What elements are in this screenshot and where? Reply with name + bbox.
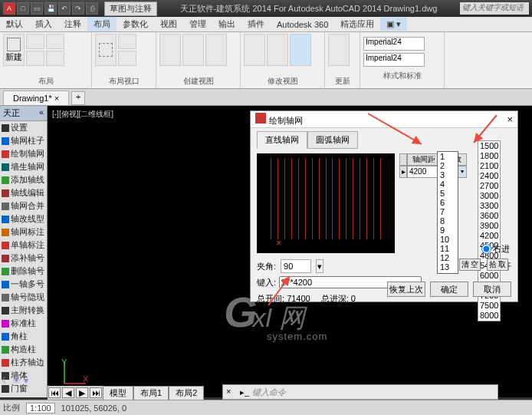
ribbon-button[interactable] (95, 34, 117, 66)
ribbon-tab[interactable]: 管理 (183, 17, 212, 31)
viewport-label[interactable]: [-][俯视][二维线框] (52, 109, 113, 120)
side-panel-item[interactable]: 设置 (0, 121, 47, 134)
app-menu-icon[interactable]: A (3, 2, 15, 15)
pick-button[interactable]: 拾 取 (487, 259, 508, 271)
open-icon[interactable]: ▭ (31, 2, 43, 15)
dropdown-item[interactable]: 10 (438, 235, 458, 244)
dialog-tab-arc[interactable]: 圆弧轴网 (307, 131, 358, 149)
side-panel-item[interactable]: 轴网标注 (0, 226, 47, 239)
new-icon[interactable]: □ (17, 2, 29, 15)
preset-item[interactable]: 2700 (478, 181, 500, 191)
ribbon-button[interactable] (118, 51, 136, 66)
ribbon-button[interactable] (159, 34, 181, 66)
preset-item[interactable]: 3600 (478, 211, 500, 221)
side-panel-item[interactable]: 角柱 (0, 330, 47, 343)
side-panel-item[interactable]: 墙生轴网 (0, 160, 47, 173)
preset-item[interactable]: 3000 (478, 191, 500, 201)
dropdown-item[interactable]: 7 (438, 207, 458, 216)
ribbon-tab[interactable]: Autodesk 360 (271, 18, 334, 31)
cell-distance[interactable]: 4200 (407, 166, 441, 178)
nav-bar-icons[interactable]: ☾ ☀ ▾ (2, 375, 28, 386)
side-panel-item[interactable]: 轴号隐现 (0, 291, 47, 304)
tab-next-icon[interactable]: ▶ (76, 387, 88, 398)
clear-button[interactable]: 清 空 (459, 259, 481, 271)
dropdown-item[interactable]: 3 (438, 170, 458, 180)
save-icon[interactable]: 💾 (44, 2, 57, 15)
dropdown-item[interactable]: 12 (438, 253, 458, 262)
ribbon-button[interactable] (267, 34, 288, 66)
layout-tab[interactable]: 布局2 (169, 386, 204, 400)
side-panel-item[interactable]: 轴网柱子 (0, 134, 47, 147)
radio-right[interactable]: 右进 (481, 243, 510, 255)
ribbon-tab[interactable]: 插件 (241, 17, 271, 31)
layout-tab[interactable]: 布局1 (133, 386, 169, 400)
ribbon-tab[interactable]: 精选应用 (334, 17, 380, 31)
dialog-titlebar[interactable]: 绘制轴网 × (251, 111, 517, 128)
dropdown-item[interactable]: 14 (438, 272, 458, 274)
panel-collapse-icon[interactable]: « (39, 107, 44, 119)
ribbon-button[interactable] (46, 51, 64, 66)
side-panel-item[interactable]: 轴改线型 (0, 212, 47, 226)
angle-input[interactable] (281, 259, 311, 273)
preset-item[interactable]: 1500 (478, 141, 500, 151)
ribbon-button[interactable]: 新建 (3, 34, 25, 66)
dialog-tab-line[interactable]: 直线轴网 (257, 131, 307, 149)
dropdown-item[interactable]: 2 (438, 161, 458, 170)
file-tab-active[interactable]: Drawing1* × (3, 91, 69, 105)
preset-item[interactable]: 7500 (478, 301, 500, 311)
ribbon-tab[interactable]: 视图 (154, 17, 183, 31)
command-close-icon[interactable]: × (226, 387, 237, 397)
dropdown-item[interactable]: 8 (438, 216, 458, 226)
ribbon-tab-expand-icon[interactable]: ▣ ▾ (380, 18, 407, 31)
ribbon-button[interactable] (328, 34, 350, 66)
ribbon-tab[interactable]: 参数化 (117, 17, 154, 31)
preset-item[interactable]: 3900 (478, 221, 500, 231)
dropdown-item[interactable]: 1 (438, 152, 458, 161)
ribbon-button[interactable] (182, 34, 204, 66)
ribbon-button[interactable] (205, 34, 227, 66)
ribbon-tab[interactable]: 注释 (58, 17, 87, 31)
dropdown-item[interactable]: 9 (438, 226, 458, 235)
dropdown-item[interactable]: 13 (438, 262, 458, 272)
ribbon-button-auto[interactable] (290, 34, 311, 66)
ribbon-tab-layout[interactable]: 布局 (87, 17, 117, 31)
side-panel-item[interactable]: 柱齐轴边 (0, 356, 47, 369)
preset-item[interactable]: 2400 (478, 171, 500, 181)
dropdown-item[interactable]: 11 (438, 244, 458, 253)
side-panel-item[interactable]: 主附转换 (0, 304, 47, 317)
ribbon-button[interactable] (46, 34, 64, 49)
dialog-close-icon[interactable]: × (507, 114, 513, 125)
count-dropdown-list[interactable]: 123456789101112131415161718 (437, 151, 458, 274)
workspace-switcher[interactable]: 草图与注释 (104, 2, 157, 16)
style-combo-2[interactable]: Imperial24 (363, 53, 425, 67)
undo-icon[interactable]: ↶ (58, 2, 71, 15)
style-combo-1[interactable]: Imperial24 (363, 37, 425, 51)
print-icon[interactable]: ⎙ (86, 2, 98, 15)
scale-value[interactable]: 1:100 (26, 403, 55, 413)
ribbon-button[interactable] (26, 34, 44, 49)
new-tab-icon[interactable]: + (71, 91, 85, 105)
preset-item[interactable]: 2100 (478, 161, 500, 171)
tab-prev-icon[interactable]: ◀ (62, 387, 74, 398)
ribbon-button[interactable] (244, 34, 265, 66)
side-panel-item[interactable]: 标准柱 (0, 317, 47, 330)
command-input[interactable]: 键入命令 (252, 387, 494, 398)
ribbon-tab[interactable]: 输出 (212, 17, 241, 31)
side-panel-item[interactable]: 房间屋顶 (0, 395, 47, 397)
layout-tab-model[interactable]: 模型 (103, 386, 133, 400)
preset-item[interactable]: 3300 (478, 201, 500, 211)
preset-item[interactable]: 6000 (478, 271, 500, 281)
ok-button[interactable]: 确定 (430, 282, 468, 297)
side-panel-item[interactable]: 构造柱 (0, 343, 47, 356)
side-panel-item[interactable]: 添加轴线 (0, 173, 47, 186)
side-panel-item[interactable]: 单轴标注 (0, 239, 47, 252)
angle-spinner-icon[interactable]: ▾ (316, 259, 323, 273)
ribbon-button[interactable] (26, 51, 44, 66)
cancel-button[interactable]: 取消 (473, 282, 511, 297)
dropdown-item[interactable]: 6 (438, 198, 458, 207)
side-panel-item[interactable]: 添补轴号 (0, 252, 47, 265)
ribbon-tab[interactable]: 默认 (0, 17, 29, 31)
redo-icon[interactable]: ↷ (72, 2, 84, 15)
side-panel-item[interactable]: 绘制轴网 (0, 147, 47, 160)
side-panel-item[interactable]: 轴网合并 (0, 199, 47, 212)
